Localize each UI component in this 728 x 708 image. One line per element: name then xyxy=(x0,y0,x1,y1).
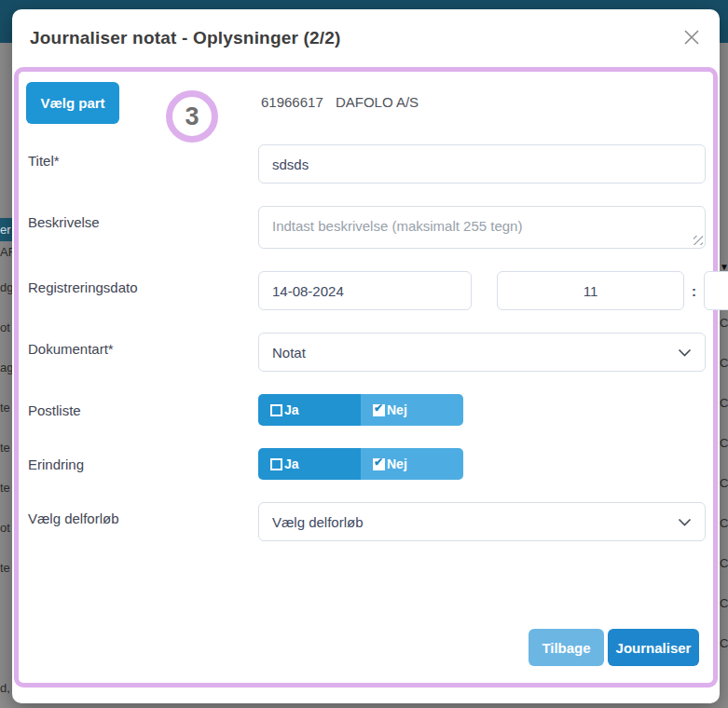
modal-header: Journaliser notat - Oplysninger (2/2) xyxy=(12,9,720,67)
postliste-row: Postliste Ja Nej xyxy=(24,394,707,426)
delforloeb-select[interactable]: Vælg delforløb xyxy=(258,502,706,541)
date-input[interactable] xyxy=(258,271,472,310)
erindring-label: Erindring xyxy=(24,448,258,480)
registreringsdato-label: Registreringsdato xyxy=(24,271,258,310)
titel-input[interactable] xyxy=(258,144,706,184)
background-text-fragment: ag xyxy=(0,361,12,374)
background-text-fragment: C xyxy=(720,476,728,490)
background-text-fragment: ot xyxy=(0,521,12,535)
selected-party: 61966617 DAFOLO A/S xyxy=(261,94,419,110)
postliste-toggle: Ja Nej xyxy=(258,394,463,426)
registreringsdato-row: Registreringsdato : xyxy=(24,271,707,310)
erindring-ja-option[interactable]: Ja xyxy=(258,448,361,480)
background-text-fragment: dg xyxy=(0,280,12,294)
dokumentart-label: Dokumentart* xyxy=(24,333,258,372)
background-text-fragment: C xyxy=(720,356,728,370)
background-right-edge: ▼CCCCCCCCCC xyxy=(720,0,728,708)
checkbox-checked-icon xyxy=(373,404,385,416)
close-button[interactable] xyxy=(680,26,704,50)
modal-footer: Tilbage Journaliser xyxy=(24,629,707,666)
background-text-fragment: C xyxy=(720,596,728,610)
chevron-down-icon xyxy=(678,344,692,361)
nej-label: Nej xyxy=(387,456,407,471)
background-text-fragment: AF xyxy=(0,245,12,259)
hour-input[interactable] xyxy=(497,271,684,310)
party-number: 61966617 xyxy=(261,94,323,110)
time-separator: : xyxy=(692,283,696,299)
chevron-down-icon xyxy=(678,513,692,530)
postliste-ja-option[interactable]: Ja xyxy=(258,394,361,426)
erindring-toggle: Ja Nej xyxy=(258,448,463,480)
background-text-fragment: te xyxy=(0,481,12,495)
checkbox-checked-icon xyxy=(373,458,385,470)
background-text-fragment: C xyxy=(720,636,728,650)
nej-label: Nej xyxy=(387,402,407,417)
titel-row: Titel* xyxy=(24,144,707,184)
checkbox-unchecked-icon xyxy=(270,404,282,416)
dokumentart-select[interactable]: Notat xyxy=(258,333,706,372)
party-row: Vælg part 3 61966617 DAFOLO A/S xyxy=(24,79,707,144)
background-text-fragment: C xyxy=(720,556,728,570)
delforloeb-row: Vælg delforløb Vælg delforløb xyxy=(24,502,707,541)
form-highlight-container: Vælg part 3 61966617 DAFOLO A/S Titel* B… xyxy=(14,67,718,688)
step-badge: 3 xyxy=(166,90,218,143)
beskrivelse-label: Beskrivelse xyxy=(24,206,258,249)
tilbage-button[interactable]: Tilbage xyxy=(529,629,604,666)
erindring-nej-option[interactable]: Nej xyxy=(361,448,463,480)
beskrivelse-textarea[interactable] xyxy=(258,206,706,249)
ja-label: Ja xyxy=(284,456,299,471)
beskrivelse-row: Beskrivelse xyxy=(24,206,707,249)
background-left-edge: erAFdgotagteteteotted, xyxy=(0,0,12,708)
ja-label: Ja xyxy=(284,402,299,417)
valg-part-button[interactable]: Vælg part xyxy=(26,82,119,124)
background-text-fragment: C xyxy=(720,316,728,330)
dokumentart-row: Dokumentart* Notat xyxy=(24,333,707,372)
background-text-fragment: C xyxy=(720,516,728,530)
background-text-fragment: C xyxy=(720,396,728,410)
background-text-fragment: ot xyxy=(0,320,12,334)
background-text-fragment: te xyxy=(0,441,12,455)
close-icon xyxy=(683,29,700,48)
background-text-fragment: C xyxy=(720,436,728,450)
postliste-label: Postliste xyxy=(24,394,258,426)
titel-label: Titel* xyxy=(24,144,258,184)
dokumentart-value: Notat xyxy=(272,345,678,361)
background-text-fragment: te xyxy=(0,561,12,575)
minute-input[interactable] xyxy=(704,271,728,310)
journaliser-button[interactable]: Journaliser xyxy=(608,629,699,666)
delforloeb-value: Vælg delforløb xyxy=(272,514,678,530)
background-text-fragment: te xyxy=(0,401,12,415)
modal-title: Journaliser notat - Oplysninger (2/2) xyxy=(30,28,680,48)
party-name: DAFOLO A/S xyxy=(336,94,419,110)
background-text-fragment: er xyxy=(0,218,12,241)
step-number: 3 xyxy=(185,102,199,131)
journaliser-notat-modal: Journaliser notat - Oplysninger (2/2) Væ… xyxy=(12,9,720,703)
erindring-row: Erindring Ja Nej xyxy=(24,448,707,480)
background-text-fragment: d, xyxy=(0,681,12,695)
delforloeb-label: Vælg delforløb xyxy=(24,502,258,541)
postliste-nej-option[interactable]: Nej xyxy=(361,394,463,426)
checkbox-unchecked-icon xyxy=(270,458,282,470)
